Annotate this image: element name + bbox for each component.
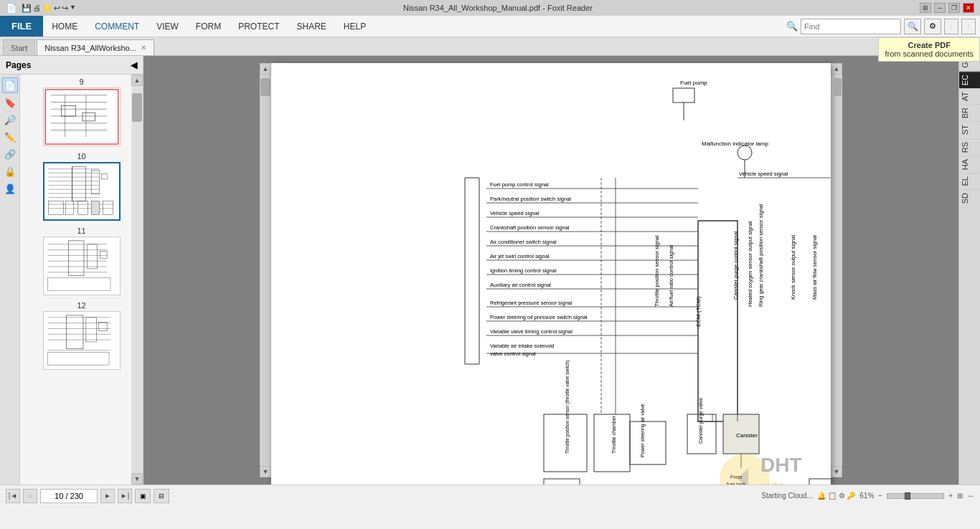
restore-btn[interactable]: ❐ bbox=[948, 3, 960, 13]
page-thumb-12[interactable]: 12 bbox=[23, 301, 140, 370]
create-pdf-line1: Create PDF bbox=[885, 41, 974, 49]
links-tool-btn[interactable]: 🔗 bbox=[2, 146, 18, 162]
svg-text:Throttle position sensor (thro: Throttle position sensor (throttle valve… bbox=[565, 361, 570, 454]
fit-width-btn[interactable]: ↔ bbox=[967, 492, 974, 500]
search-prev-btn[interactable]: ‹ bbox=[944, 19, 958, 34]
scroll-down-btn[interactable]: ▼ bbox=[131, 473, 143, 485]
rp-st[interactable]: ST bbox=[959, 121, 980, 138]
zoom-out-btn[interactable]: − bbox=[878, 492, 882, 500]
svg-text:Heated oxygen sensor output si: Heated oxygen sensor output signal bbox=[747, 221, 753, 307]
svg-text:Ignition timing control signal: Ignition timing control signal bbox=[490, 267, 557, 274]
home-menu[interactable]: HOME bbox=[43, 16, 86, 37]
doc-right-scrollbar[interactable]: ▲ ▼ bbox=[831, 63, 842, 477]
page-thumb-9[interactable]: 9 bbox=[23, 77, 140, 146]
page-9-number: 9 bbox=[79, 77, 83, 86]
scroll-up-btn[interactable]: ▲ bbox=[131, 75, 143, 86]
doc-right-thumb[interactable] bbox=[831, 78, 842, 96]
nav-controls: |◄ ◄ 10 / 230 ► ►| ▣ ⊟ bbox=[6, 489, 169, 503]
page-thumb-11[interactable]: 11 bbox=[23, 227, 140, 295]
grid-btn[interactable]: ⊞ bbox=[920, 3, 931, 13]
zoom-thumb[interactable] bbox=[905, 492, 910, 500]
search-tool-btn[interactable]: 🔎 bbox=[2, 112, 18, 128]
window-title: Nissan R34_All_Workshop_Manual.pdf - Fox… bbox=[76, 4, 920, 12]
undo-btn-title[interactable]: ↩ bbox=[54, 4, 60, 13]
svg-text:Variable valve timing control : Variable valve timing control signal bbox=[490, 328, 573, 335]
doc-right-down-btn[interactable]: ▼ bbox=[831, 466, 842, 477]
rp-at[interactable]: AT bbox=[959, 88, 980, 104]
tabs-bar: Start Nissan R34_AllWorksho... ✕ ▼ bbox=[0, 37, 980, 56]
create-pdf-tooltip[interactable]: Create PDF from scanned documents bbox=[878, 37, 980, 62]
doc-scroll-down-btn[interactable]: ▼ bbox=[260, 466, 271, 477]
page-thumb-10[interactable]: 10 bbox=[23, 152, 140, 221]
help-menu[interactable]: HELP bbox=[335, 16, 374, 37]
pages-tool-btn[interactable]: 📄 bbox=[2, 77, 18, 93]
bookmarks-tool-btn[interactable]: 🔖 bbox=[2, 95, 18, 110]
rp-sd[interactable]: SD bbox=[959, 189, 980, 206]
prev-page-btn[interactable]: ◄ bbox=[23, 489, 37, 503]
first-page-btn[interactable]: |◄ bbox=[6, 489, 20, 503]
next-page-btn[interactable]: ► bbox=[100, 489, 115, 503]
svg-text:Park/neutral position switch s: Park/neutral position switch signal bbox=[490, 196, 571, 202]
svg-text:Canister purge valve: Canister purge valve bbox=[698, 398, 704, 444]
view-menu[interactable]: VIEW bbox=[148, 16, 187, 37]
view-single-btn[interactable]: ▣ bbox=[135, 489, 151, 503]
tab-document[interactable]: Nissan R34_AllWorksho... ✕ bbox=[37, 39, 154, 55]
rp-rs[interactable]: RS bbox=[959, 138, 980, 156]
sidebar-collapse-btn[interactable]: ◀ bbox=[131, 60, 137, 70]
rp-ec[interactable]: EC bbox=[959, 71, 980, 88]
svg-rect-32 bbox=[44, 237, 119, 295]
svg-text:Power steering air valve: Power steering air valve bbox=[640, 404, 646, 457]
toolbar-icon-3: ⭐ bbox=[42, 4, 52, 13]
svg-text:Ring gear crankshaft position : Ring gear crankshaft position sensor sig… bbox=[758, 204, 764, 307]
search-input[interactable] bbox=[801, 19, 901, 34]
doc-scroll-up-btn[interactable]: ▲ bbox=[260, 63, 271, 75]
fit-page-btn[interactable]: ⊞ bbox=[957, 492, 963, 500]
file-menu[interactable]: FILE bbox=[0, 16, 43, 37]
svg-text:Canister: Canister bbox=[736, 432, 758, 439]
form-menu[interactable]: FORM bbox=[187, 16, 230, 37]
svg-text:Crankshaft position sensor sig: Crankshaft position sensor signal bbox=[490, 224, 570, 231]
toolbar-icon-1: 💾 bbox=[22, 4, 32, 13]
svg-text:Throttle position sensor signa: Throttle position sensor signal bbox=[654, 235, 660, 307]
search-settings-btn[interactable]: ⚙ bbox=[924, 19, 941, 34]
close-btn[interactable]: ✕ bbox=[963, 3, 974, 13]
tab-document-label: Nissan R34_AllWorksho... bbox=[44, 44, 136, 52]
sidebar-scrollbar[interactable]: ▲ ▼ bbox=[131, 75, 143, 485]
right-panel: GI EC AT BR ST RS HA EL SD bbox=[958, 56, 980, 485]
doc-scroll-thumb[interactable] bbox=[260, 78, 270, 96]
search-submit-btn[interactable]: 🔍 bbox=[904, 19, 921, 34]
svg-text:From: From bbox=[730, 475, 743, 480]
comments-tool-btn[interactable]: ✏️ bbox=[2, 129, 18, 145]
comment-menu[interactable]: COMMENT bbox=[86, 16, 148, 37]
security-tool-btn[interactable]: 🔒 bbox=[2, 163, 18, 179]
last-page-btn[interactable]: ►| bbox=[118, 489, 132, 503]
minimize-btn[interactable]: ─ bbox=[934, 3, 946, 13]
rp-ha[interactable]: HA bbox=[959, 156, 980, 173]
document-page: Fuel pump Malfunction indicator lamp Tra… bbox=[271, 63, 831, 485]
tab-start[interactable]: Start bbox=[3, 39, 35, 55]
search-next-btn[interactable]: › bbox=[961, 19, 976, 34]
status-icons: 🔔 📋 ⚙ 🔑 bbox=[817, 492, 855, 500]
zoom-in-btn[interactable]: + bbox=[948, 492, 953, 500]
redo-btn-title[interactable]: ↪ bbox=[62, 4, 68, 13]
scroll-thumb[interactable] bbox=[132, 93, 142, 122]
protect-menu[interactable]: PROTECT bbox=[230, 16, 288, 37]
toolbar-icon-2: 🖨 bbox=[33, 4, 41, 13]
pages-label: Pages bbox=[6, 60, 31, 70]
more-title-btn[interactable]: ▼ bbox=[70, 4, 76, 13]
tab-close-btn[interactable]: ✕ bbox=[141, 44, 146, 52]
rp-el[interactable]: EL bbox=[959, 173, 980, 189]
view-double-btn[interactable]: ⊟ bbox=[154, 489, 169, 503]
share-menu[interactable]: SHARE bbox=[288, 16, 335, 37]
zoom-slider[interactable] bbox=[887, 493, 944, 499]
svg-text:Air jet swirl control signal: Air jet swirl control signal bbox=[490, 253, 550, 259]
svg-text:Power steering oil pressure sw: Power steering oil pressure switch signa… bbox=[490, 314, 588, 320]
doc-right-up-btn[interactable]: ▲ bbox=[831, 63, 842, 75]
sidebar: Pages ◀ 📄 🔖 🔎 ✏️ 🔗 🔒 👤 9 bbox=[0, 56, 143, 485]
zoom-level: 61% bbox=[859, 492, 874, 500]
rp-br[interactable]: BR bbox=[959, 104, 980, 121]
doc-scrollbar-v[interactable]: ▲ ▼ bbox=[260, 63, 271, 477]
svg-text:Refrigerant pressure sensor si: Refrigerant pressure sensor signal bbox=[490, 300, 573, 306]
user-tool-btn[interactable]: 👤 bbox=[2, 181, 18, 196]
page-number-input[interactable]: 10 / 230 bbox=[40, 489, 98, 503]
